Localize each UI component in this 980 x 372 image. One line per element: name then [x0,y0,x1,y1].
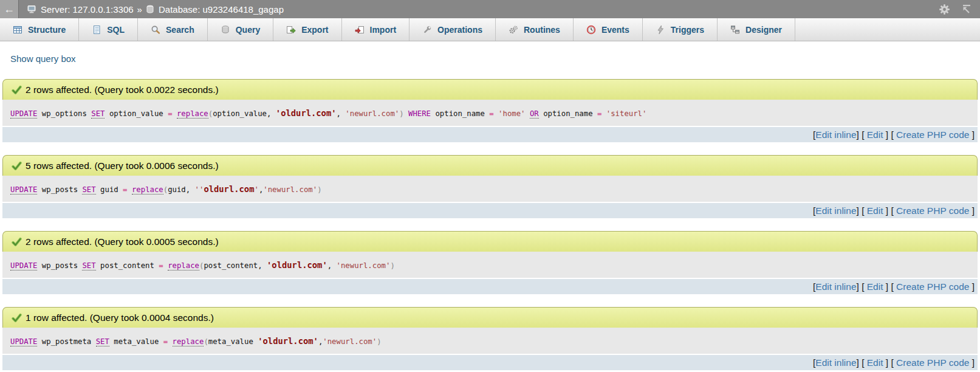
import-icon [355,25,365,35]
success-check-icon [12,161,22,171]
edit-inline-link[interactable]: Edit inline [815,357,856,368]
success-check-icon [12,313,22,323]
breadcrumb-separator: » [137,4,142,15]
query-result-block: 2 rows affected. (Query took 0.0022 seco… [2,79,978,142]
success-message-bar: 5 rows affected. (Query took 0.0006 seco… [2,155,978,176]
edit-inline-link[interactable]: Edit inline [815,205,856,216]
edit-link[interactable]: Edit [867,205,883,216]
query-result-block: 5 rows affected. (Query took 0.0006 seco… [2,155,978,218]
create-php-code-link[interactable]: Create PHP code [896,357,969,368]
create-php-code-link[interactable]: Create PHP code [896,281,969,292]
tab-operations[interactable]: Operations [409,18,496,41]
server-breadcrumb[interactable]: Server: 127.0.0.1:3306 [41,4,134,15]
tab-sql[interactable]: SQL [79,18,138,41]
sql-icon [92,25,101,35]
edit-link[interactable]: Edit [867,129,883,140]
database-icon [146,5,154,14]
success-message-bar: 2 rows affected. (Query took 0.0005 seco… [2,231,978,252]
events-icon [586,25,596,35]
query-actions-bar: [Edit inline] [ Edit ] [ Create PHP code… [2,203,978,218]
edit-inline-link[interactable]: Edit inline [815,129,856,140]
rows-affected-message: 2 rows affected. (Query took 0.0022 seco… [26,84,219,95]
server-icon [27,5,36,14]
edit-link[interactable]: Edit [867,281,883,292]
query-actions-bar: [Edit inline] [ Edit ] [ Create PHP code… [2,279,978,294]
tab-designer[interactable]: Designer [718,18,795,41]
success-check-icon [12,85,22,95]
sql-query-text: UPDATE wp_options SET option_value = rep… [2,100,978,126]
structure-icon [13,25,22,35]
search-icon [151,25,160,35]
tab-label: Events [601,25,629,35]
query-actions-bar: [Edit inline] [ Edit ] [ Create PHP code… [2,127,978,142]
tab-label: Import [370,25,397,35]
tab-label: Operations [437,25,482,35]
edit-inline-link[interactable]: Edit inline [815,281,856,292]
designer-icon [730,25,740,35]
create-php-code-link[interactable]: Create PHP code [896,205,969,216]
edit-link[interactable]: Edit [867,357,883,368]
operations-icon [422,25,432,35]
query-result-block: 1 row affected. (Query took 0.0004 secon… [2,307,978,370]
tab-label: Search [166,25,194,35]
settings-gear-icon[interactable] [939,4,950,15]
tab-import[interactable]: Import [342,18,410,41]
rows-affected-message: 5 rows affected. (Query took 0.0006 seco… [26,160,219,171]
sql-query-text: UPDATE wp_posts SET post_content = repla… [2,252,978,278]
tab-label: Export [301,25,328,35]
query-icon [221,25,230,35]
database-breadcrumb[interactable]: Database: u923246418_gagap [159,4,284,15]
create-php-code-link[interactable]: Create PHP code [896,129,969,140]
tab-search[interactable]: Search [138,18,208,41]
show-query-box-link[interactable]: Show query box [10,53,76,64]
title-bar: ← Server: 127.0.0.1:3306 » Database: u92… [0,0,980,18]
tab-export[interactable]: Export [273,18,341,41]
routines-icon [509,25,518,35]
rows-affected-message: 2 rows affected. (Query took 0.0005 seco… [26,236,219,247]
sql-query-text: UPDATE wp_postmeta SET meta_value = repl… [2,328,978,354]
export-icon [286,25,296,35]
back-button[interactable]: ← [0,0,19,18]
success-message-bar: 1 row affected. (Query took 0.0004 secon… [2,307,978,328]
tab-label: Routines [524,25,560,35]
collapse-top-icon[interactable] [961,4,971,14]
rows-affected-message: 1 row affected. (Query took 0.0004 secon… [26,312,214,323]
success-check-icon [12,237,22,247]
tab-label: Triggers [671,25,704,35]
tab-triggers[interactable]: Triggers [643,18,718,41]
main-content: Show query box 2 rows affected. (Query t… [0,41,980,370]
success-message-bar: 2 rows affected. (Query took 0.0022 seco… [2,79,978,100]
tab-label: Structure [28,25,66,35]
tab-events[interactable]: Events [574,18,643,41]
query-result-block: 2 rows affected. (Query took 0.0005 seco… [2,231,978,294]
tab-label: Designer [745,25,782,35]
tab-query[interactable]: Query [208,18,273,41]
tab-label: SQL [107,25,125,35]
sql-query-text: UPDATE wp_posts SET guid = replace(guid,… [2,176,978,202]
tab-bar: StructureSQLSearchQueryExportImportOpera… [0,18,980,41]
tab-label: Query [236,25,260,35]
back-arrow-icon: ← [4,3,15,16]
query-actions-bar: [Edit inline] [ Edit ] [ Create PHP code… [2,355,978,370]
triggers-icon [656,25,665,35]
tab-structure[interactable]: Structure [0,18,79,41]
tab-routines[interactable]: Routines [496,18,574,41]
